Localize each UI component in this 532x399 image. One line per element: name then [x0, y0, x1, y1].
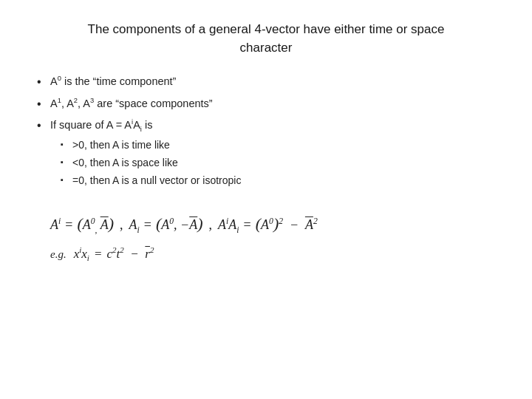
formula-2-result: c2t2 − r2: [107, 245, 154, 262]
sub-bullet-text-1: >0, then A is time like: [72, 139, 170, 151]
bullet-text-2: A1, A2, A3 are “space components”: [50, 98, 213, 109]
formula-1-Ai-lower: Ai: [129, 217, 140, 235]
formula-1-comma2: ,: [209, 217, 213, 233]
formula-1: Ai = (A0, A) , Ai = (A0, −A) , AiAi = (A…: [50, 214, 504, 235]
bullet-text-1: A0 is the “time component”: [50, 75, 176, 87]
sub-bullet-list: >0, then A is time like <0, then A is sp…: [50, 137, 504, 188]
formula-2-eq: =: [95, 247, 102, 262]
formula-1-paren1: (A0, A): [77, 214, 114, 235]
sub-bullet-1: >0, then A is time like: [61, 137, 504, 153]
sub-bullet-text-3: =0, then A is a null vector or isotropic: [72, 174, 241, 186]
sub-bullet-2: <0, then A is space like: [61, 155, 504, 171]
slide: The components of a general 4-vector hav…: [0, 0, 532, 399]
formula-2-eg: e.g.: [50, 248, 66, 261]
math-section: Ai = (A0, A) , Ai = (A0, −A) , AiAi = (A…: [28, 214, 504, 262]
formula-1-eq2: =: [144, 217, 151, 233]
sub-bullet-3: =0, then A is a null vector or isotropic: [61, 173, 504, 188]
formula-1-eq1: =: [65, 217, 72, 233]
sub-bullet-text-2: <0, then A is space like: [72, 157, 178, 168]
bullet-item-1: A0 is the “time component”: [35, 73, 504, 90]
bullet-list: A0 is the “time component” A1, A2, A3 ar…: [28, 73, 504, 194]
formula-2: e.g. xixi = c2t2 − r2: [50, 245, 504, 262]
slide-title: The components of a general 4-vector hav…: [28, 21, 504, 57]
title-line1: The components of a general 4-vector hav…: [88, 22, 445, 36]
formula-1-eq3: =: [244, 217, 251, 233]
formula-1-Ai: Ai: [50, 216, 61, 233]
formula-2-xi: xixi: [74, 245, 89, 262]
title-line2: character: [240, 41, 293, 55]
formula-1-paren2: (A0, −A): [156, 214, 203, 233]
bullet-text-3: If square of A = AiAi is: [50, 119, 152, 131]
bullet-item-2: A1, A2, A3 are “space components”: [35, 95, 504, 112]
formula-1-AiAi: AiAi: [218, 216, 239, 235]
formula-1-comma1: ,: [120, 217, 123, 233]
formula-1-result: (A0)2 − A2: [256, 214, 318, 233]
bullet-item-3: If square of A = AiAi is >0, then A is t…: [35, 117, 504, 188]
